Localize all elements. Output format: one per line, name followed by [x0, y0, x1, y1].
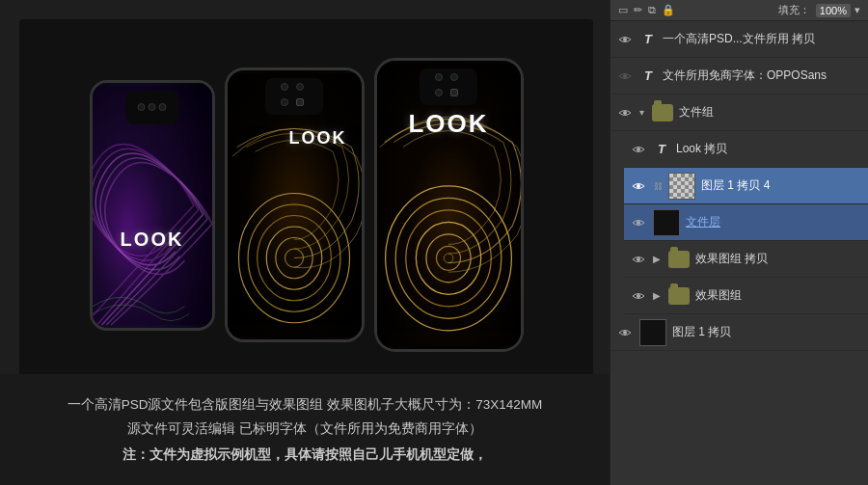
layer-effect-group-copy[interactable]: ▶ 效果图组 拷贝	[624, 241, 868, 278]
layer-font[interactable]: T 文件所用免商字体：OPPOSans	[610, 58, 868, 94]
camera-lens	[281, 98, 288, 106]
desc-line3: 注：文件为虚拟示例机型，具体请按照自己儿手机机型定做，	[68, 442, 543, 468]
panel-toolbar: ▭ ✏ ⧉ 🔒 填充： 100% ▾	[610, 0, 868, 21]
layer-name: 文件层	[686, 214, 862, 230]
layer-name: 图层 1 拷贝	[672, 324, 862, 340]
text-type-icon: T	[639, 67, 657, 85]
visibility-icon[interactable]	[630, 289, 647, 303]
svg-rect-8	[377, 64, 521, 346]
camera-lens	[138, 103, 146, 111]
rect-select-icon[interactable]: ▭	[618, 4, 628, 16]
layer-group-main[interactable]: ▾ 文件组	[610, 94, 868, 131]
phone-large-screen: LOOK	[377, 61, 521, 349]
camera-bump-large	[420, 68, 477, 105]
visibility-icon[interactable]	[616, 106, 634, 120]
svg-point-16	[623, 38, 627, 41]
layer-layer1-copy[interactable]: 图层 1 拷贝	[610, 314, 868, 351]
visibility-icon[interactable]	[616, 326, 634, 339]
camera-lens	[159, 103, 167, 111]
phone-large: LOOK	[374, 58, 524, 352]
fill-value[interactable]: 100%	[816, 4, 851, 17]
camera-flash	[450, 89, 458, 96]
layers-panel: ▭ ✏ ⧉ 🔒 填充： 100% ▾ T 一个高清PSD...文件所用 拷贝	[610, 0, 868, 485]
layer-effect-group[interactable]: ▶ 效果图组	[624, 278, 868, 314]
collapse-arrow[interactable]: ▶	[653, 290, 661, 301]
layer-name: 文件所用免商字体：OPPOSans	[663, 67, 862, 84]
camera-lens	[296, 83, 304, 91]
phone-gold: LOOK	[225, 67, 365, 342]
phone-gold-screen: LOOK	[228, 70, 362, 339]
description-text: 一个高清PSD源文件包含版图组与效果图组 效果图机子大概尺寸为：73X142MM…	[68, 392, 543, 468]
layer-layer1-copy4[interactable]: ⛓ 图层 1 拷贝 4	[624, 168, 868, 204]
svg-point-22	[637, 257, 640, 261]
collapse-arrow[interactable]: ▾	[639, 107, 644, 118]
folder-icon	[668, 287, 690, 305]
desc-line1: 一个高清PSD源文件包含版图组与效果图组 效果图机子大概尺寸为：73X142MM	[68, 392, 543, 418]
layer-psd-title[interactable]: T 一个高清PSD...文件所用 拷贝	[610, 21, 868, 58]
visibility-icon[interactable]	[630, 216, 647, 229]
layer-look-copy[interactable]: T Look 拷贝	[624, 131, 868, 168]
canvas-area: LOOK	[0, 0, 610, 485]
text-type-icon: T	[653, 141, 670, 158]
svg-point-24	[623, 331, 627, 335]
brush-icon[interactable]: ✏	[634, 4, 642, 16]
layer-thumbnail	[639, 319, 666, 346]
visibility-icon[interactable]	[630, 179, 647, 193]
fill-label: 填充：	[778, 3, 810, 17]
layer-name: Look 拷贝	[676, 141, 862, 157]
layer-filelayer[interactable]: 文件层	[624, 204, 868, 241]
layer-name: 效果图组 拷贝	[695, 251, 862, 267]
visibility-icon[interactable]	[630, 143, 647, 156]
camera-bump-purple	[125, 91, 178, 124]
svg-point-20	[637, 184, 640, 188]
clone-icon[interactable]: ⧉	[648, 4, 656, 16]
visibility-icon[interactable]	[630, 253, 647, 266]
folder-icon	[652, 104, 673, 121]
camera-lens	[149, 103, 156, 111]
visibility-icon[interactable]	[616, 33, 634, 46]
camera-lens	[435, 89, 443, 96]
phone-purple-screen: LOOK	[93, 83, 212, 328]
svg-point-18	[623, 111, 627, 115]
layer-name: 一个高清PSD...文件所用 拷贝	[663, 31, 862, 47]
text-type-icon: T	[639, 31, 657, 48]
fill-dropdown-icon[interactable]: ▾	[854, 4, 860, 16]
layer-thumbnail	[668, 173, 695, 200]
look-text-gold: LOOK	[289, 128, 347, 148]
svg-point-21	[637, 221, 640, 225]
folder-icon	[668, 251, 690, 268]
phone-purple: LOOK	[90, 80, 215, 331]
look-text-purple: LOOK	[121, 229, 184, 251]
layer-name: 图层 1 拷贝 4	[701, 177, 862, 194]
layer-name: 效果图组	[695, 287, 862, 304]
visibility-icon[interactable]	[616, 69, 634, 83]
camera-lens	[450, 73, 458, 81]
svg-point-23	[637, 294, 640, 298]
layer-name: 文件组	[679, 104, 862, 121]
collapse-arrow[interactable]: ▶	[653, 254, 661, 264]
look-text-large: LOOK	[408, 109, 488, 139]
fill-section: 填充： 100% ▾	[778, 3, 860, 17]
desc-line2: 源文件可灵活编辑 已标明字体（文件所用为免费商用字体）	[68, 417, 543, 442]
camera-flash	[296, 98, 304, 106]
chain-icon: ⛓	[653, 179, 663, 193]
phone-canvas: LOOK	[19, 19, 593, 391]
layer-thumbnail	[653, 209, 680, 236]
svg-point-17	[623, 74, 627, 78]
lock-icon[interactable]: 🔒	[662, 4, 675, 16]
camera-bump-gold	[265, 78, 323, 115]
camera-lens	[281, 83, 288, 91]
camera-lens	[435, 73, 443, 81]
svg-point-19	[637, 148, 640, 151]
description-area: 一个高清PSD源文件包含版图组与效果图组 效果图机子大概尺寸为：73X142MM…	[0, 374, 610, 485]
